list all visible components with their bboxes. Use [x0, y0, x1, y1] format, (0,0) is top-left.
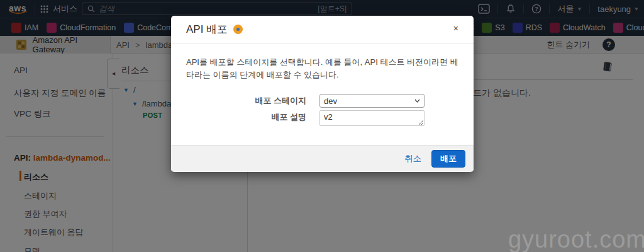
- deployment-stage-label: 배포 스테이지: [171, 94, 306, 108]
- modal-body: API를 배포할 스테이지를 선택합니다. 예를 들어, API 테스트 버전이…: [171, 43, 474, 145]
- modal-description: API를 배포할 스테이지를 선택합니다. 예를 들어, API 테스트 버전이…: [186, 56, 462, 81]
- hint-info-icon[interactable]: [233, 25, 243, 34]
- deploy-api-modal: API 배포 × API를 배포할 스테이지를 선택합니다. 예를 들어, AP…: [171, 16, 474, 172]
- deploy-button[interactable]: 배포: [431, 150, 465, 168]
- aws-console-screen: aws 서비스 [알트+S]: [0, 0, 644, 252]
- deployment-description-textarea[interactable]: v2: [319, 110, 425, 126]
- watermark: gyuroot.com: [508, 226, 644, 252]
- modal-footer: 취소 배포: [171, 145, 474, 171]
- close-icon[interactable]: ×: [453, 24, 458, 33]
- cancel-button[interactable]: 취소: [404, 153, 421, 164]
- modal-title: API 배포: [186, 22, 228, 37]
- modal-header: API 배포 ×: [171, 16, 474, 43]
- deployment-description-label: 배포 설명: [171, 110, 306, 124]
- deployment-stage-select[interactable]: dev: [319, 94, 425, 108]
